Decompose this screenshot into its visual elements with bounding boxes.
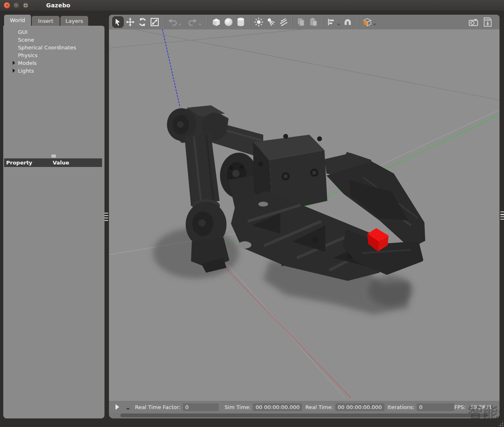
spot-light-button[interactable]	[265, 16, 277, 28]
property-table-header: Property Value	[4, 158, 102, 167]
rotate-tool-button[interactable]	[137, 16, 148, 28]
real-time-label: Real Time:	[305, 404, 333, 410]
right-splitter-handle[interactable]	[500, 211, 504, 220]
tree-item-lights[interactable]: Lights	[3, 67, 104, 75]
tab-layers[interactable]: Layers	[60, 16, 88, 26]
point-light-icon	[254, 17, 264, 27]
3d-viewport[interactable]	[109, 29, 500, 401]
window-title: Gazebo	[46, 2, 70, 9]
box-icon	[211, 17, 222, 27]
tab-insert[interactable]: Insert	[32, 16, 60, 26]
directional-light-button[interactable]	[278, 16, 289, 28]
svg-text:LOG: LOG	[485, 18, 491, 22]
paste-icon	[309, 17, 318, 27]
close-button[interactable]: ✕	[4, 2, 10, 9]
sim-time-label: Sim Time:	[224, 404, 251, 410]
sphere-icon	[223, 17, 234, 27]
real-time-factor-value: 0	[183, 403, 219, 411]
scale-icon	[150, 17, 160, 27]
align-dropdown-caret[interactable]	[337, 24, 340, 26]
minimize-button[interactable]: –	[13, 2, 20, 9]
iterations-value: 0	[417, 403, 454, 411]
expand-triangle-icon[interactable]	[13, 69, 15, 73]
real-time-value: 00 00:00:00.000	[335, 403, 384, 411]
value-column-header[interactable]: Value	[53, 160, 69, 166]
view-angle-button[interactable]	[362, 16, 373, 28]
add-sphere-button[interactable]	[223, 16, 234, 28]
property-column-header[interactable]: Property	[6, 160, 53, 166]
render-toolbar: LOG	[109, 15, 500, 29]
window-resize-grip[interactable]	[498, 421, 504, 427]
simulation-status-bar: Real Time Factor: 0 Sim Time: 00 00:00:0…	[109, 401, 500, 413]
align-button[interactable]	[326, 16, 337, 28]
tree-item-gui[interactable]: GUI	[3, 28, 104, 36]
world-tree: GUI Scene Spherical Coordinates Physics …	[3, 28, 104, 75]
add-box-button[interactable]	[211, 16, 222, 28]
camera-icon	[468, 17, 479, 27]
scale-tool-button[interactable]	[149, 16, 160, 28]
undo-icon	[168, 17, 178, 27]
redo-button[interactable]	[187, 16, 198, 28]
tree-item-physics[interactable]: Physics	[3, 51, 104, 59]
undo-button[interactable]	[167, 16, 178, 28]
translate-icon	[125, 17, 135, 27]
copy-icon	[296, 17, 306, 27]
render-area: LOG	[109, 15, 500, 418]
toolbar-separator	[322, 17, 323, 27]
view-dropdown-caret[interactable]	[373, 24, 376, 26]
fps-label: FPS:	[454, 404, 466, 410]
select-tool-button[interactable]	[112, 16, 124, 28]
add-cylinder-button[interactable]	[235, 16, 246, 28]
log-icon: LOG	[482, 17, 493, 27]
tree-item-models[interactable]: Models	[3, 59, 104, 67]
real-time-factor-label: Real Time Factor:	[135, 404, 181, 410]
tree-property-splitter[interactable]	[51, 155, 56, 158]
spot-light-icon	[266, 17, 276, 27]
rotate-icon	[138, 17, 147, 27]
undo-dropdown-caret[interactable]	[178, 24, 182, 26]
expand-triangle-icon[interactable]	[13, 61, 15, 65]
scroll-strip	[109, 413, 500, 418]
cylinder-icon	[235, 17, 246, 27]
redo-icon	[188, 17, 198, 27]
select-arrow-icon	[113, 18, 122, 27]
paste-button[interactable]	[308, 16, 319, 28]
toolbar-separator	[163, 17, 164, 27]
gazebo-window: { "window": { "title": "Gazebo", "contro…	[0, 0, 504, 427]
tree-item-scene[interactable]: Scene	[3, 36, 104, 44]
iterations-label: Iterations:	[388, 404, 415, 410]
snap-button[interactable]	[342, 16, 353, 28]
directional-light-icon	[278, 17, 288, 27]
fps-value: 59.3831	[468, 403, 495, 411]
redo-dropdown-caret[interactable]	[198, 24, 202, 26]
left-splitter-handle[interactable]	[104, 213, 108, 221]
toolbar-separator	[358, 17, 359, 27]
sim-time-value: 00 00:00:00.000	[253, 403, 302, 411]
align-icon	[326, 17, 336, 27]
log-record-button[interactable]: LOG	[482, 16, 493, 28]
panel-tabs: World Insert Layers	[4, 15, 88, 26]
toolbar-separator	[292, 17, 293, 27]
magnet-icon	[343, 17, 353, 27]
status-separator	[127, 408, 129, 409]
point-light-button[interactable]	[253, 16, 264, 28]
expand-controls-arrow-icon[interactable]	[115, 404, 119, 410]
screenshot-button[interactable]	[468, 16, 479, 28]
world-panel: GUI Scene Spherical Coordinates Physics …	[3, 26, 104, 418]
copy-button[interactable]	[295, 16, 307, 28]
tab-world[interactable]: World	[4, 15, 31, 26]
maximize-button[interactable]	[22, 2, 29, 9]
horizontal-scrollbar[interactable]	[120, 414, 488, 417]
view-cube-icon	[362, 17, 373, 27]
translate-tool-button[interactable]	[124, 16, 136, 28]
title-bar[interactable]: ✕ – Gazebo	[0, 0, 504, 11]
tree-item-spherical-coordinates[interactable]: Spherical Coordinates	[3, 44, 104, 51]
toolbar-separator	[207, 17, 208, 27]
toolbar-separator	[249, 17, 250, 27]
